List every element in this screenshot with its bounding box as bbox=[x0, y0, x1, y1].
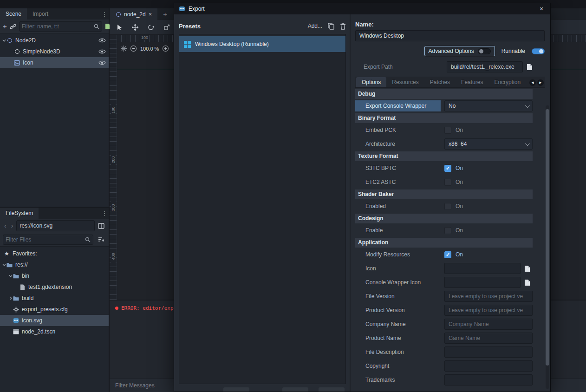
fs-item-bin[interactable]: bin bbox=[0, 270, 109, 281]
fs-item-res[interactable]: res:// bbox=[0, 259, 109, 270]
rotate-tool-icon[interactable] bbox=[146, 22, 156, 33]
add-node-button[interactable]: + bbox=[3, 21, 7, 32]
add-preset-button[interactable]: Add... bbox=[308, 23, 322, 29]
visibility-eye-icon[interactable] bbox=[98, 38, 106, 43]
tree-item-node2d[interactable]: Node2D bbox=[0, 35, 109, 46]
product-version-field[interactable] bbox=[444, 305, 533, 316]
close-tab-icon[interactable]: × bbox=[149, 11, 152, 18]
tabs-scroll-right-icon[interactable]: ▶ bbox=[537, 79, 544, 86]
dialog-footer-button[interactable] bbox=[223, 387, 249, 392]
tab-resources[interactable]: Resources bbox=[386, 77, 424, 87]
option-row-file-description[interactable]: File Description bbox=[355, 345, 533, 359]
tab-features[interactable]: Features bbox=[456, 77, 488, 87]
fs-item-gdextension[interactable]: test1.gdextension bbox=[0, 281, 109, 293]
visibility-eye-icon[interactable] bbox=[98, 49, 106, 54]
tab-import[interactable]: Import bbox=[27, 8, 54, 20]
new-scene-tab-button[interactable]: + bbox=[157, 8, 173, 20]
option-row-shader-baker-enabled[interactable]: Enabled On bbox=[355, 199, 533, 213]
scene-filter-field[interactable] bbox=[22, 23, 94, 30]
select-tool-icon[interactable] bbox=[114, 22, 124, 33]
browse-file-icon[interactable] bbox=[524, 265, 530, 272]
fs-item-icon-svg[interactable]: icon.svg bbox=[0, 315, 109, 326]
option-row-export-console-wrapper[interactable]: Export Console Wrapper No bbox=[355, 99, 533, 113]
console-wrapper-icon-field[interactable] bbox=[444, 277, 521, 288]
scene-filter-input[interactable] bbox=[19, 21, 102, 32]
nav-back-icon[interactable]: ‹ bbox=[3, 222, 8, 229]
visibility-eye-icon[interactable] bbox=[98, 60, 106, 65]
tab-options[interactable]: Options bbox=[356, 77, 386, 87]
codesign-checkbox[interactable] bbox=[444, 227, 451, 234]
sort-icon[interactable] bbox=[96, 235, 106, 245]
advanced-options-toggle[interactable]: Advanced Options bbox=[424, 46, 495, 56]
option-row-etc2-astc[interactable]: ETC2 ASTC On bbox=[355, 175, 533, 189]
option-row-product-name[interactable]: Product Name bbox=[355, 331, 533, 345]
scene-dock-menu-icon[interactable]: ⋮ bbox=[100, 8, 109, 20]
fs-item-favorites[interactable]: ★ Favorites: bbox=[0, 248, 109, 259]
fs-item-node2d-tscn[interactable]: node_2d.tscn bbox=[0, 326, 109, 337]
filesystem-filter-input[interactable] bbox=[3, 235, 93, 245]
file-description-field[interactable] bbox=[444, 346, 533, 358]
option-row-company-name[interactable]: Company Name bbox=[355, 317, 533, 331]
zoom-out-button[interactable] bbox=[130, 46, 137, 52]
product-name-field[interactable] bbox=[444, 333, 533, 344]
etc2-astc-checkbox[interactable] bbox=[444, 179, 451, 186]
dialog-footer-button[interactable] bbox=[319, 387, 345, 392]
tab-scene[interactable]: Scene bbox=[0, 8, 27, 20]
collapse-arrow-icon[interactable] bbox=[2, 38, 7, 43]
embed-pck-checkbox[interactable] bbox=[444, 127, 451, 134]
collapse-arrow-icon[interactable] bbox=[8, 274, 13, 278]
collapse-arrow-icon[interactable] bbox=[2, 262, 7, 267]
option-row-copyright[interactable]: Copyright bbox=[355, 359, 533, 373]
console-wrapper-dropdown[interactable]: No bbox=[444, 100, 533, 111]
shader-baker-checkbox[interactable] bbox=[444, 203, 451, 210]
browse-file-icon[interactable] bbox=[524, 279, 530, 286]
tree-item-simplenode3d[interactable]: SimpleNode3D bbox=[0, 46, 109, 57]
file-version-field[interactable] bbox=[444, 291, 533, 302]
architecture-dropdown[interactable]: x86_64 bbox=[444, 138, 533, 150]
delete-preset-icon[interactable] bbox=[340, 23, 346, 30]
move-tool-icon[interactable] bbox=[130, 22, 140, 33]
preset-item-windows-desktop[interactable]: Windows Desktop (Runnable) bbox=[179, 36, 345, 52]
options-scrollbar[interactable] bbox=[546, 105, 549, 389]
preset-name-field[interactable] bbox=[355, 30, 545, 41]
tab-node2d-scene[interactable]: node_2d × bbox=[110, 8, 157, 20]
option-row-embed-pck[interactable]: Embed PCK On bbox=[355, 123, 533, 137]
scale-tool-icon[interactable] bbox=[162, 22, 172, 33]
option-row-architecture[interactable]: Architecture x86_64 bbox=[355, 137, 533, 151]
copyright-field[interactable] bbox=[444, 360, 533, 372]
dialog-titlebar[interactable]: Export × bbox=[174, 3, 550, 14]
trademarks-field[interactable] bbox=[444, 374, 533, 385]
export-path-field[interactable] bbox=[447, 61, 523, 72]
filesystem-menu-icon[interactable]: ⋮ bbox=[100, 208, 109, 219]
zoom-level[interactable]: 100.0 % bbox=[140, 46, 159, 52]
path-input[interactable] bbox=[20, 222, 91, 229]
option-row-trademarks[interactable]: Trademarks bbox=[355, 373, 533, 387]
option-row-file-version[interactable]: File Version bbox=[355, 289, 533, 303]
zoom-in-button[interactable] bbox=[163, 46, 169, 52]
toggle-split-mode-icon[interactable] bbox=[97, 221, 106, 231]
company-name-field[interactable] bbox=[444, 319, 533, 330]
option-row-s3tc-bptc[interactable]: S3TC BPTC On bbox=[355, 161, 533, 175]
instance-scene-icon[interactable] bbox=[10, 21, 16, 32]
browse-file-icon[interactable] bbox=[527, 64, 533, 71]
tab-filesystem[interactable]: FileSystem bbox=[0, 208, 39, 219]
scrollbar-thumb[interactable] bbox=[546, 109, 549, 366]
tab-encryption[interactable]: Encryption bbox=[488, 77, 526, 87]
runnable-switch[interactable] bbox=[532, 48, 545, 54]
nav-forward-icon[interactable]: › bbox=[10, 222, 15, 229]
expand-arrow-icon[interactable] bbox=[8, 296, 13, 301]
current-path-field[interactable] bbox=[16, 220, 95, 231]
option-row-codesign-enable[interactable]: Enable On bbox=[355, 223, 533, 237]
option-row-product-version[interactable]: Product Version bbox=[355, 303, 533, 317]
icon-path-field[interactable] bbox=[444, 263, 521, 274]
tabs-scroll-left-icon[interactable]: ◀ bbox=[529, 79, 536, 86]
dialog-close-button[interactable]: × bbox=[537, 5, 546, 13]
duplicate-preset-icon[interactable] bbox=[328, 23, 334, 30]
option-row-modify-resources[interactable]: Modify Resources On bbox=[355, 248, 533, 261]
tab-patches[interactable]: Patches bbox=[424, 77, 456, 87]
s3tc-bptc-checkbox[interactable] bbox=[444, 165, 451, 172]
filesystem-filter-field[interactable] bbox=[6, 236, 85, 243]
dialog-footer-button[interactable] bbox=[282, 387, 308, 392]
fs-item-export-presets[interactable]: export_presets.cfg bbox=[0, 304, 109, 315]
option-row-icon[interactable]: Icon bbox=[355, 261, 533, 275]
